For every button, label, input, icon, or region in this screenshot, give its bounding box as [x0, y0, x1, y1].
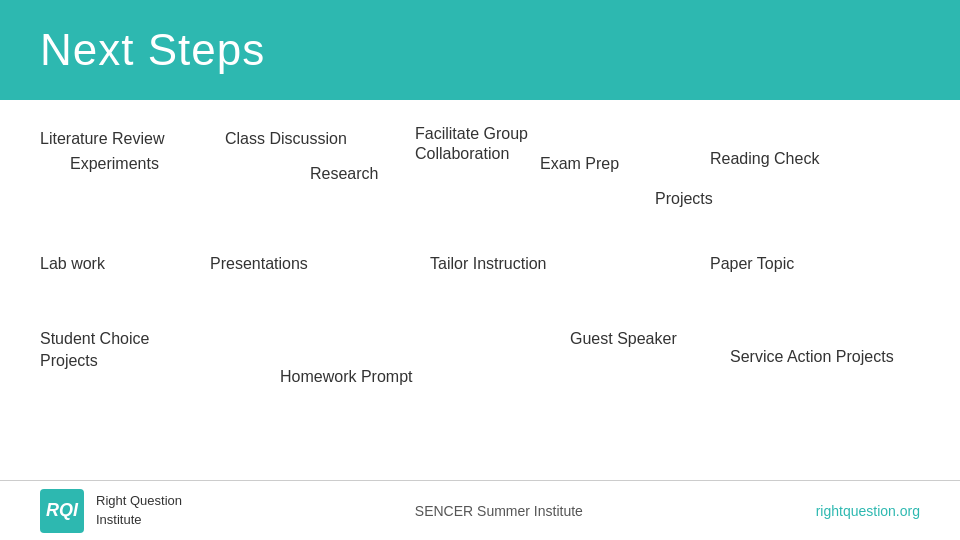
institute-text: Right Question Institute: [96, 492, 182, 528]
collaboration: Collaboration: [415, 145, 509, 163]
footer: RQI Right Question Institute SENCER Summ…: [0, 480, 960, 540]
literature-review: Literature Review: [40, 130, 165, 148]
lab-work: Lab work: [40, 255, 105, 273]
rqi-logo: RQI: [40, 489, 84, 533]
tailor-instruction: Tailor Instruction: [430, 255, 547, 273]
facilitate-group: Facilitate Group: [415, 125, 528, 143]
experiments: Experiments: [70, 155, 159, 173]
main-content: Literature ReviewExperimentsClass Discus…: [0, 100, 960, 480]
presentations: Presentations: [210, 255, 308, 273]
footer-left: RQI Right Question Institute: [40, 489, 182, 533]
research: Research: [310, 165, 378, 183]
class-discussion: Class Discussion: [225, 130, 347, 148]
projects: Projects: [655, 190, 713, 208]
service-action: Service Action Projects: [730, 348, 894, 366]
paper-topic: Paper Topic: [710, 255, 794, 273]
guest-speaker: Guest Speaker: [570, 330, 677, 348]
student-choice: Student Choice: [40, 330, 149, 348]
footer-center-text: SENCER Summer Institute: [415, 503, 583, 519]
footer-right-link[interactable]: rightquestion.org: [816, 503, 920, 519]
reading-check: Reading Check: [710, 150, 819, 168]
page-header: Next Steps: [0, 0, 960, 100]
projects2: Projects: [40, 352, 98, 370]
homework-prompt: Homework Prompt: [280, 368, 412, 386]
page-title: Next Steps: [40, 25, 265, 75]
exam-prep: Exam Prep: [540, 155, 619, 173]
